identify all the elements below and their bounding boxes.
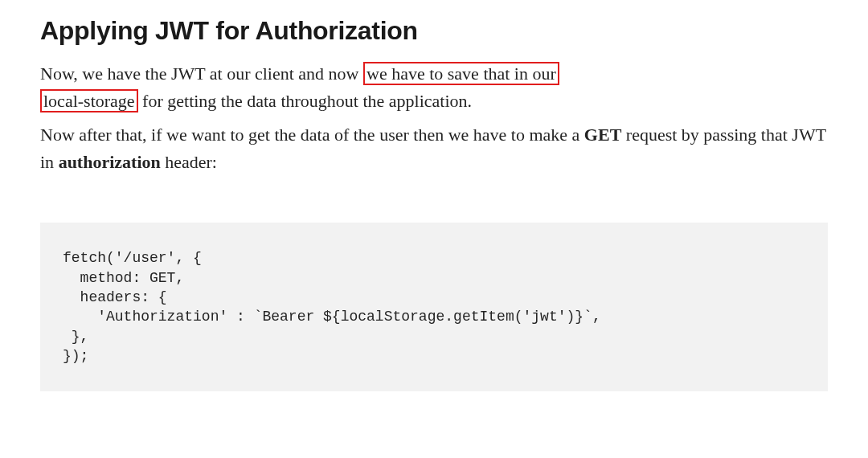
highlight-phrase-1: we have to save that in our	[363, 62, 559, 85]
paragraph-2: Now after that, if we want to get the da…	[40, 121, 828, 176]
para1-text-2: for getting the data throughout the appl…	[138, 91, 472, 111]
para2-text-3: header:	[161, 152, 217, 172]
paragraph-1: Now, we have the JWT at our client and n…	[40, 60, 828, 115]
code-block[interactable]: fetch('/user', { method: GET, headers: {…	[40, 223, 828, 391]
bold-authorization: authorization	[59, 152, 161, 172]
para1-text-1: Now, we have the JWT at our client and n…	[40, 63, 363, 84]
para2-text-1: Now after that, if we want to get the da…	[40, 125, 584, 145]
bold-get: GET	[584, 125, 621, 145]
section-heading: Applying JWT for Authorization	[40, 16, 828, 46]
highlight-phrase-2: local-storage	[40, 89, 138, 112]
